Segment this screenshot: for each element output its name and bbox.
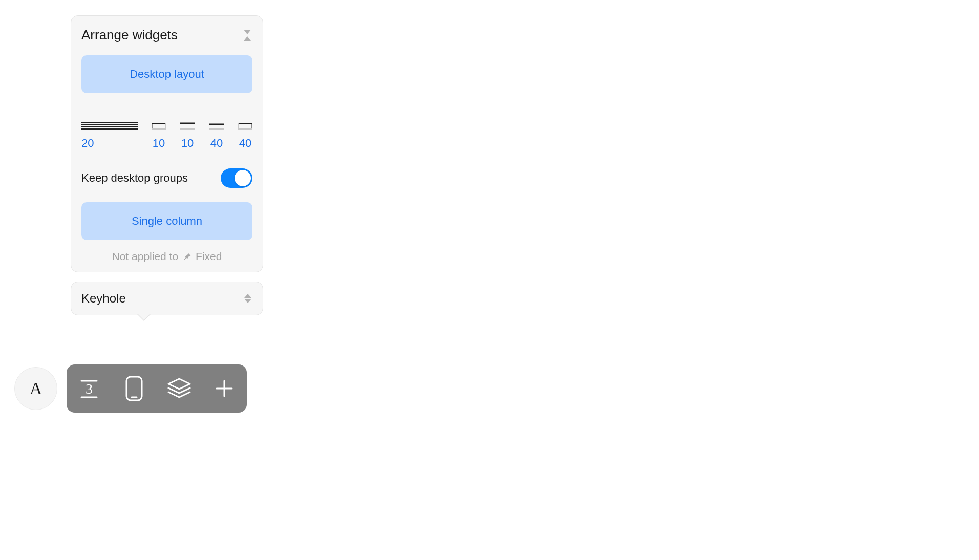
lines-icon (81, 121, 138, 130)
device-icon[interactable] (121, 375, 147, 402)
thickness-value: 20 (81, 137, 94, 150)
svg-marker-0 (244, 30, 251, 34)
single-column-button[interactable]: Single column (81, 202, 252, 240)
toolbar-number: 3 (86, 381, 93, 397)
keep-groups-toggle[interactable] (221, 168, 252, 188)
box-icon (180, 121, 195, 130)
plus-icon[interactable] (211, 375, 238, 402)
footer-prefix: Not applied to (112, 250, 179, 263)
thickness-option-0[interactable]: 20 (81, 121, 138, 150)
toolbar-number-button[interactable]: 3 (76, 375, 102, 402)
keep-groups-label: Keep desktop groups (81, 171, 188, 185)
thickness-value: 10 (181, 137, 194, 150)
thickness-value: 10 (153, 137, 165, 150)
divider (81, 109, 252, 109)
panel-header: Arrange widgets (81, 27, 252, 43)
box-icon (238, 121, 252, 130)
pin-icon (181, 251, 193, 262)
desktop-layout-button[interactable]: Desktop layout (81, 55, 252, 93)
footer-suffix: Fixed (196, 250, 222, 263)
thickness-option-4[interactable]: 40 (238, 121, 252, 150)
svg-marker-1 (244, 36, 251, 41)
box-icon (152, 121, 166, 130)
stepper-icon[interactable] (243, 293, 252, 304)
keep-groups-row: Keep desktop groups (81, 168, 252, 188)
popover-arrow-fill (138, 314, 150, 320)
box-icon (209, 121, 224, 130)
thickness-option-2[interactable]: 10 (180, 121, 195, 150)
thickness-row: 20 10 (81, 121, 252, 150)
toggle-knob (235, 170, 251, 186)
svg-marker-23 (244, 299, 251, 303)
thickness-option-3[interactable]: 40 (209, 121, 224, 150)
thickness-value: 40 (239, 137, 251, 150)
toolbar: 3 (67, 364, 247, 413)
footer-note: Not applied to Fixed (81, 250, 252, 263)
svg-marker-22 (244, 294, 251, 298)
thickness-value: 40 (210, 137, 223, 150)
panel-title: Arrange widgets (81, 27, 178, 43)
collapse-icon[interactable] (242, 30, 252, 41)
thickness-option-1[interactable]: 10 (152, 121, 166, 150)
layers-icon[interactable] (166, 375, 193, 402)
arrange-widgets-panel: Arrange widgets Desktop layout 20 (71, 15, 263, 272)
keyhole-panel[interactable]: Keyhole (71, 282, 263, 315)
keyhole-label: Keyhole (81, 291, 126, 306)
svg-marker-28 (168, 379, 190, 389)
text-style-button[interactable]: A (14, 367, 57, 410)
